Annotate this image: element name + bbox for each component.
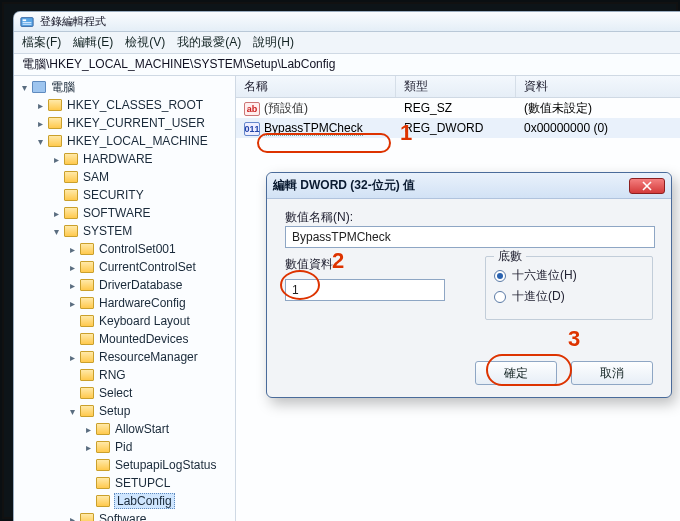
tree-ccs[interactable]: CurrentControlSet xyxy=(98,260,197,274)
radio-hex[interactable]: 十六進位(H) xyxy=(494,267,644,284)
base-groupbox-label: 底數 xyxy=(494,248,526,265)
list-row-bypasstpm[interactable]: 011BypassTPMCheck REG_DWORD 0x00000000 (… xyxy=(236,118,680,138)
twisty-icon[interactable]: ▸ xyxy=(66,352,78,363)
list-header: 名稱 類型 資料 xyxy=(236,76,680,98)
registry-tree[interactable]: ▾電腦 ▸HKEY_CLASSES_ROOT ▸HKEY_CURRENT_USE… xyxy=(14,76,236,521)
value-name-input[interactable] xyxy=(285,226,655,248)
dialog-titlebar[interactable]: 編輯 DWORD (32-位元) 值 xyxy=(267,173,671,199)
twisty-icon[interactable]: ▸ xyxy=(50,208,62,219)
tree-root[interactable]: 電腦 xyxy=(50,79,76,96)
twisty-icon[interactable]: ▸ xyxy=(66,514,78,522)
tree-security[interactable]: SECURITY xyxy=(82,188,145,202)
folder-icon xyxy=(80,333,94,345)
row-data: 0x00000000 (0) xyxy=(516,121,680,135)
twisty-icon[interactable]: ▾ xyxy=(18,82,30,93)
menu-view[interactable]: 檢視(V) xyxy=(125,34,165,51)
radio-dec-label: 十進位(D) xyxy=(512,288,565,305)
folder-icon xyxy=(80,387,94,399)
twisty-icon[interactable]: ▾ xyxy=(50,226,62,237)
folder-icon xyxy=(80,297,94,309)
menu-favorites[interactable]: 我的最愛(A) xyxy=(177,34,241,51)
radio-hex-label: 十六進位(H) xyxy=(512,267,577,284)
tree-pid[interactable]: Pid xyxy=(114,440,133,454)
row-name: BypassTPMCheck xyxy=(264,121,363,136)
tree-rng[interactable]: RNG xyxy=(98,368,127,382)
tree-sapi[interactable]: SetupapiLogStatus xyxy=(114,458,217,472)
close-button[interactable] xyxy=(629,178,665,194)
tree-hkcr[interactable]: HKEY_CLASSES_ROOT xyxy=(66,98,204,112)
twisty-icon[interactable]: ▾ xyxy=(34,136,46,147)
tree-sam[interactable]: SAM xyxy=(82,170,110,184)
folder-icon xyxy=(96,477,110,489)
tree-setup[interactable]: Setup xyxy=(98,404,131,418)
string-icon: ab xyxy=(244,102,260,116)
twisty-icon[interactable]: ▸ xyxy=(82,424,94,435)
tree-hwcfg[interactable]: HardwareConfig xyxy=(98,296,187,310)
tree-cs001[interactable]: ControlSet001 xyxy=(98,242,177,256)
twisty-icon[interactable]: ▸ xyxy=(66,262,78,273)
twisty-icon[interactable]: ▸ xyxy=(34,100,46,111)
tree-hklm[interactable]: HKEY_LOCAL_MACHINE xyxy=(66,134,209,148)
value-data-input[interactable] xyxy=(285,279,445,301)
menu-edit[interactable]: 編輯(E) xyxy=(73,34,113,51)
row-type: REG_SZ xyxy=(396,101,516,115)
folder-icon xyxy=(80,513,94,521)
app-icon xyxy=(20,15,34,29)
tree-system[interactable]: SYSTEM xyxy=(82,224,133,238)
tree-rm[interactable]: ResourceManager xyxy=(98,350,199,364)
titlebar: 登錄編輯程式 xyxy=(14,12,680,32)
tree-software[interactable]: SOFTWARE xyxy=(82,206,152,220)
tree-md[interactable]: MountedDevices xyxy=(98,332,189,346)
col-data[interactable]: 資料 xyxy=(516,76,680,97)
menu-file[interactable]: 檔案(F) xyxy=(22,34,61,51)
row-name: (預設值) xyxy=(264,101,308,115)
tree-hardware[interactable]: HARDWARE xyxy=(82,152,154,166)
twisty-icon[interactable]: ▸ xyxy=(34,118,46,129)
regedit-window: 登錄編輯程式 檔案(F) 編輯(E) 檢視(V) 我的最愛(A) 說明(H) 電… xyxy=(14,12,680,521)
folder-icon xyxy=(64,225,78,237)
tree-select[interactable]: Select xyxy=(98,386,133,400)
col-name[interactable]: 名稱 xyxy=(236,76,396,97)
computer-icon xyxy=(32,81,46,93)
tree-labconfig[interactable]: LabConfig xyxy=(114,493,175,509)
tree-soft2[interactable]: Software xyxy=(98,512,147,521)
twisty-icon[interactable]: ▸ xyxy=(66,298,78,309)
radio-dot-icon xyxy=(494,270,506,282)
list-row-default[interactable]: ab(預設值) REG_SZ (數值未設定) xyxy=(236,98,680,118)
col-type[interactable]: 類型 xyxy=(396,76,516,97)
folder-icon xyxy=(80,351,94,363)
value-data-label: 數值資料 xyxy=(285,257,333,271)
tree-allow[interactable]: AllowStart xyxy=(114,422,170,436)
twisty-icon[interactable]: ▸ xyxy=(66,280,78,291)
twisty-icon[interactable]: ▾ xyxy=(66,406,78,417)
address-text: 電腦\HKEY_LOCAL_MACHINE\SYSTEM\Setup\LabCo… xyxy=(22,56,335,73)
folder-icon xyxy=(64,207,78,219)
folder-icon xyxy=(64,189,78,201)
twisty-icon[interactable]: ▸ xyxy=(50,154,62,165)
menu-help[interactable]: 說明(H) xyxy=(253,34,294,51)
folder-icon xyxy=(96,441,110,453)
folder-icon xyxy=(48,135,62,147)
folder-icon xyxy=(80,369,94,381)
folder-icon xyxy=(80,243,94,255)
folder-icon xyxy=(96,459,110,471)
folder-icon xyxy=(96,495,110,507)
address-bar[interactable]: 電腦\HKEY_LOCAL_MACHINE\SYSTEM\Setup\LabCo… xyxy=(14,54,680,76)
twisty-icon[interactable]: ▸ xyxy=(82,442,94,453)
menubar: 檔案(F) 編輯(E) 檢視(V) 我的最愛(A) 說明(H) xyxy=(14,32,680,54)
svg-rect-3 xyxy=(23,23,32,24)
window-title: 登錄編輯程式 xyxy=(40,14,106,29)
tree-kbl[interactable]: Keyboard Layout xyxy=(98,314,191,328)
radio-dec[interactable]: 十進位(D) xyxy=(494,288,644,305)
folder-icon xyxy=(80,261,94,273)
tree-setupcl[interactable]: SETUPCL xyxy=(114,476,171,490)
ok-button[interactable]: 確定 xyxy=(475,361,557,385)
folder-icon xyxy=(96,423,110,435)
twisty-icon[interactable]: ▸ xyxy=(66,244,78,255)
edit-dword-dialog: 編輯 DWORD (32-位元) 值 數值名稱(N): 數值資料 xyxy=(266,172,672,398)
tree-hkcu[interactable]: HKEY_CURRENT_USER xyxy=(66,116,206,130)
cancel-button[interactable]: 取消 xyxy=(571,361,653,385)
row-data: (數值未設定) xyxy=(516,100,680,117)
tree-drvdb[interactable]: DriverDatabase xyxy=(98,278,183,292)
folder-icon xyxy=(64,171,78,183)
